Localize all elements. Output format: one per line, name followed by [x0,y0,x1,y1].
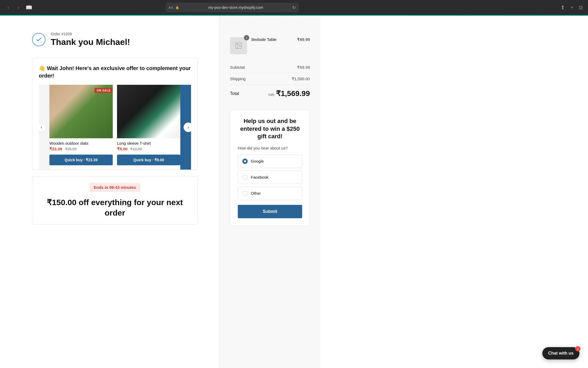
submit-button[interactable]: Submit [238,205,302,218]
survey-title: Help us out and be entered to win a $250… [238,117,302,140]
thank-you-title: Thank you Michael! [51,37,130,47]
share-button[interactable]: ⬆ [560,4,565,11]
radio-option-google[interactable]: Google [238,155,302,168]
product-img-container-1: ON SALE [49,85,113,138]
product-item-2: Long sleeve T-shirt ₹9.00 ₹10.00 Quick b… [117,85,180,170]
radio-option-other[interactable]: Other [238,187,302,200]
product-price-orig-1: ₹25.99 [65,147,77,151]
shipping-row: Shipping ₹1,500.00 [230,73,310,85]
total-amount: ₹1,569.99 [276,89,310,98]
quick-buy-btn-2[interactable]: Quick buy · ₹9.00 [117,155,180,165]
bookmarks-icon: 📖 [26,4,32,11]
product-image-shirt [117,85,180,138]
chat-label: Chat with us [548,351,574,356]
on-sale-badge: ON SALE [95,88,113,93]
radio-option-facebook[interactable]: Facebook [238,171,302,184]
offer-greeting: 👋 Wait John! Here's an exclusive offer t… [39,64,191,79]
browser-chrome: ‹ › 📖 AA 🔒 my-pos-dev-store.myshopify.co… [0,0,588,15]
forward-button[interactable]: › [15,4,21,11]
product-name-2: Long sleeve T-shirt [117,141,180,145]
product-price-sale-2: ₹9.00 [117,147,127,151]
tabs-button[interactable]: ⧉ [579,5,583,11]
carousel-next-button[interactable]: › [184,122,191,132]
reload-button[interactable]: ↻ [292,5,296,10]
product-item-1: ON SALE Wooden outdoor slats ₹23.39 ₹25.… [49,85,113,170]
chat-widget[interactable]: Chat with us 1 [542,347,579,359]
product-price-orig-2: ₹10.00 [130,147,142,151]
shipping-label: Shipping [230,76,246,81]
total-label: Total [230,91,239,96]
product-price-sale-1: ₹23.39 [49,147,62,151]
subtotal-row: Subtotal ₹69.99 [230,62,310,73]
shipping-value: ₹1,500.00 [292,76,310,81]
chat-badge: 1 [575,346,581,351]
radio-label-other: Other [251,191,261,195]
order-item: 1 Bedside Table ₹69.99 [230,37,310,54]
lock-icon: 🔒 [175,6,179,9]
radio-label-google: Google [251,159,264,163]
offer-card: 👋 Wait John! Here's an exclusive offer t… [32,58,198,170]
check-circle [32,33,45,46]
item-quantity-badge: 1 [244,35,249,40]
subtotal-value: ₹69.99 [297,65,310,70]
item-img-wrapper: 1 [230,37,247,54]
total-row: Total INR ₹1,569.99 [230,85,310,102]
order-title-group: Order #1209 Thank you Michael! [51,32,130,47]
order-number: Order #1209 [51,32,130,36]
aa-label: AA [169,6,173,10]
radio-circle-google [242,159,248,164]
product-img-container-2 [117,85,180,138]
total-right: INR ₹1,569.99 [268,89,310,98]
browser-action-buttons: ⬆ + ⧉ [560,4,583,11]
survey-card: Help us out and be entered to win a $250… [230,110,310,226]
survey-question: How did you hear about us? [238,146,302,150]
url-text: my-pos-dev-store.myshopify.com [181,5,290,10]
item-name: Bedside Table [251,37,293,42]
new-tab-button[interactable]: + [570,5,574,11]
order-header: Order #1209 Thank you Michael! [32,32,198,47]
product-name-1: Wooden outdoor slats [49,141,113,145]
product-image-plant [49,85,113,138]
radio-circle-other [242,191,248,196]
back-button[interactable]: ‹ [5,4,11,11]
left-content: Order #1209 Thank you Michael! 👋 Wait Jo… [0,16,219,368]
discount-card: Ends in 09:43 minutes ₹150.00 off everyt… [32,176,198,225]
item-image [230,37,247,54]
product-pricing-1: ₹23.39 ₹25.99 [49,147,113,151]
products-carousel: ‹ ON SALE Wooden outdoor slats ₹23.39 ₹2… [39,85,191,170]
page-wrapper: Order #1209 Thank you Michael! 👋 Wait Jo… [0,16,588,368]
product-pricing-2: ₹9.00 ₹10.00 [117,147,180,151]
svg-point-1 [237,44,238,45]
ends-in-bar: Ends in 09:43 minutes [89,183,140,192]
quick-buy-btn-1[interactable]: Quick buy · ₹23.39 [49,155,113,165]
radio-label-facebook: Facebook [251,175,268,179]
teal-progress-line [0,15,588,16]
url-bar[interactable]: AA 🔒 my-pos-dev-store.myshopify.com ↻ [165,3,299,12]
subtotal-label: Subtotal [230,65,245,70]
discount-title: ₹150.00 off everything for your next ord… [39,197,191,218]
item-price: ₹69.99 [297,37,310,42]
right-sidebar: 1 Bedside Table ₹69.99 Subtotal ₹69.99 S… [219,16,321,368]
radio-circle-facebook [242,175,248,180]
total-currency: INR [268,93,274,97]
product-items-wrapper: ON SALE Wooden outdoor slats ₹23.39 ₹25.… [49,85,180,170]
